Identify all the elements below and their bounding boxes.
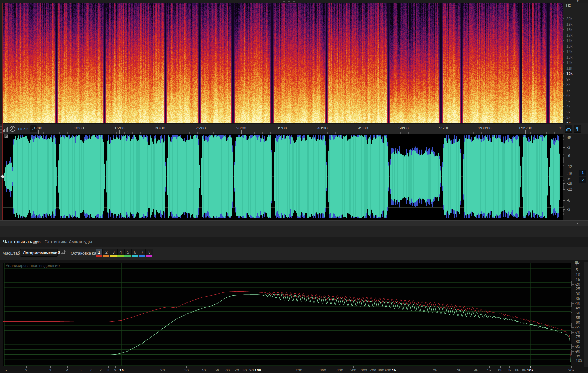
- ruler-minor-tick: [344, 132, 344, 134]
- chart-y-minor-tick: [571, 317, 572, 317]
- freeze-frame-button-1[interactable]: 1: [96, 249, 103, 255]
- chart-x-tick: [81, 366, 81, 368]
- wave-minor-tick: [563, 213, 564, 214]
- spectrogram-frequency-scale[interactable]: Hz 20k19k18k17k16k15k14k13k12k11k10k9k8k…: [563, 3, 588, 123]
- freq-tick: [563, 62, 564, 63]
- ruler-minor-tick: [530, 132, 531, 134]
- ruler-time-label: 55:00: [439, 126, 449, 130]
- freq-tick: [563, 40, 564, 41]
- wave-minor-tick: [563, 180, 564, 181]
- chart-y-minor-tick: [571, 347, 572, 348]
- chart-y-minor-tick: [571, 338, 572, 338]
- ruler-minor-tick: [238, 132, 238, 134]
- chart-y-minor-tick: [571, 348, 572, 349]
- freeze-frame-button-5[interactable]: 5: [124, 249, 132, 255]
- ruler-minor-tick: [384, 132, 384, 134]
- scroll-up-icon[interactable]: ▲: [576, 222, 579, 225]
- ruler-minor-tick: [449, 132, 449, 134]
- chart-x-tick: [394, 366, 394, 368]
- chart-y-minor-tick: [571, 351, 574, 352]
- horizontal-scrollbar[interactable]: ▲: [0, 220, 588, 226]
- ruler-minor-tick: [441, 132, 441, 134]
- chart-y-minor-tick: [571, 306, 572, 307]
- timeline-ruler[interactable]: +0 dB 5:0010:0015:0020:0025:0030:0035:00…: [0, 123, 563, 134]
- copy-frame-icon[interactable]: [60, 250, 67, 256]
- chart-y-minor-tick: [571, 301, 572, 301]
- freeze-frame-color-5: [124, 255, 131, 257]
- ruler-minor-tick: [27, 132, 27, 134]
- wave-minor-tick: [563, 203, 564, 203]
- freeze-frame-button-6[interactable]: 6: [132, 249, 139, 255]
- wave-major-tick: [563, 156, 565, 156]
- freeze-frame-button-3[interactable]: 3: [110, 249, 117, 255]
- chart-y-minor-tick: [571, 275, 574, 275]
- headphones-icon: [566, 127, 571, 131]
- solo-monitor-button[interactable]: [565, 125, 572, 133]
- chart-x-tick: [115, 366, 116, 368]
- wave-db-label: -∞: [567, 176, 571, 181]
- tab-amplitude-statistics[interactable]: Статистика Амплитуды: [45, 239, 92, 244]
- ruler-minor-tick: [319, 132, 319, 134]
- wave-minor-tick: [563, 201, 564, 201]
- freeze-frame-button-7[interactable]: 7: [139, 249, 146, 255]
- freq-scale-label: 9k: [566, 77, 570, 81]
- frequency-chart-plot[interactable]: Анализированное выделение: [3, 263, 571, 366]
- ruler-minor-tick: [254, 132, 255, 134]
- freq-tick: [563, 29, 564, 30]
- wave-minor-tick: [563, 207, 564, 208]
- ruler-minor-tick: [498, 132, 498, 134]
- chart-y-minor-tick: [571, 303, 574, 304]
- wave-minor-tick: [563, 178, 564, 178]
- marker-button[interactable]: [574, 125, 581, 133]
- chart-y-minor-tick: [571, 281, 572, 281]
- panel-menu-collapse-icon[interactable]: ▼: [576, 0, 579, 3]
- ruler-minor-tick: [538, 132, 538, 134]
- chart-y-minor-tick: [571, 271, 572, 271]
- chart-y-minor-tick: [571, 353, 572, 354]
- channel-1-button[interactable]: 1: [579, 170, 586, 176]
- chart-y-minor-tick: [571, 337, 574, 337]
- chart-x-tick: [489, 366, 490, 368]
- channel-2-button[interactable]: 2: [579, 177, 586, 183]
- freeze-frame-button-8[interactable]: 8: [146, 249, 153, 255]
- ruler-minor-tick: [546, 132, 547, 134]
- waveform-db-scale[interactable]: 1 2 dB-3-6-12-18-∞-18-12-6-3: [563, 134, 588, 220]
- chart-y-minor-tick: [571, 340, 572, 340]
- chart-vertical-scrollbar[interactable]: [584, 262, 588, 367]
- wave-minor-tick: [563, 157, 564, 158]
- chart-y-label: -55: [575, 316, 580, 320]
- chart-x-tick: [108, 366, 109, 368]
- chart-y-minor-tick: [571, 296, 572, 296]
- chart-y-minor-tick: [571, 321, 572, 321]
- chart-y-minor-tick: [571, 266, 572, 266]
- chart-y-minor-tick: [571, 285, 572, 286]
- chart-y-minor-tick: [571, 267, 572, 267]
- panel-menu-icon[interactable]: [33, 240, 37, 244]
- panel-drag-handle[interactable]: [281, 1, 296, 2]
- wave-minor-tick: [563, 155, 564, 155]
- freq-tick: [563, 117, 564, 118]
- freeze-frame-color-7: [139, 255, 145, 257]
- freeze-frame-button-4[interactable]: 4: [117, 249, 124, 255]
- chart-y-minor-tick: [571, 288, 572, 288]
- playhead-line[interactable]: [2, 3, 3, 220]
- chart-y-minor-tick: [571, 294, 574, 294]
- corner-resize-icon[interactable]: [4, 134, 8, 138]
- ruler-ticks: 5:0010:0015:0020:0025:0030:0035:0040:004…: [0, 124, 563, 134]
- chart-y-minor-tick: [571, 309, 572, 309]
- chart-y-minor-tick: [571, 276, 572, 276]
- waveform-view[interactable]: [3, 134, 563, 220]
- ruler-major-tick: [79, 130, 79, 134]
- scale-dropdown[interactable]: Логарифмический: [20, 249, 58, 257]
- chart-y-minor-tick: [571, 277, 572, 277]
- spectrogram-view[interactable]: [3, 3, 563, 123]
- freq-tick: [563, 101, 564, 101]
- chart-y-minor-tick: [571, 356, 574, 356]
- wave-minor-tick: [563, 165, 564, 165]
- freeze-frame-button-2[interactable]: 2: [103, 249, 110, 255]
- chart-y-label: -45: [575, 306, 580, 310]
- freq-scale-label: 4k: [566, 104, 570, 109]
- chart-x-tick: [163, 366, 163, 368]
- chart-y-minor-tick: [571, 349, 572, 349]
- ruler-minor-tick: [246, 132, 246, 134]
